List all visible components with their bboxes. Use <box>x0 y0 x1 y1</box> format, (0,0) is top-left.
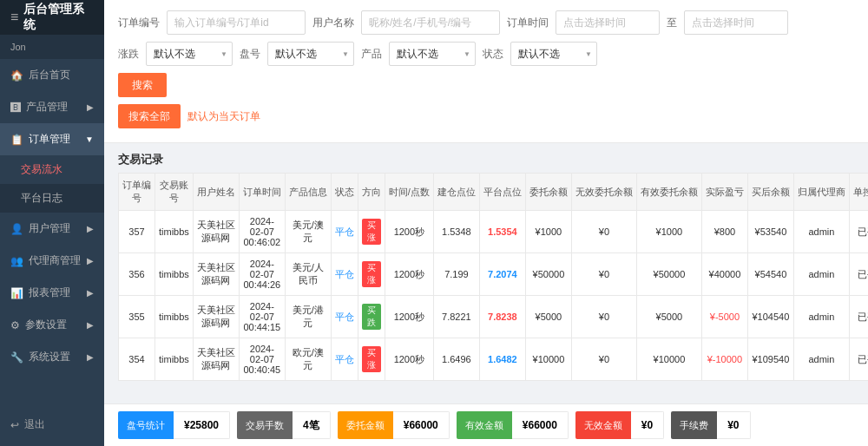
th-agent: 归属代理商 <box>793 174 849 211</box>
cell-time-points: 1200秒 <box>385 296 433 338</box>
today-button[interactable]: 默认为当天订单 <box>187 109 260 124</box>
cell-platform-pos: 7.8238 <box>479 296 525 338</box>
cell-valid-delegate: ¥50000 <box>636 253 701 296</box>
delegate-amount-label: 委托金额 <box>338 411 393 439</box>
cell-status: 平仓 <box>331 296 358 338</box>
search-button[interactable]: 搜索 <box>118 73 167 97</box>
sidebar-item-dashboard[interactable]: 🏠 后台首页 <box>0 59 104 91</box>
transactions-table: 订单编号 交易账号 用户姓名 订单时间 产品信息 状态 方向 时间/点数 建仓点… <box>118 173 868 381</box>
table-row: 356 timibbs 天美社区源码网 2024-02-07 00:44:26 … <box>119 253 869 296</box>
th-product: 产品信息 <box>285 174 331 211</box>
cell-username: 天美社区源码网 <box>193 253 239 296</box>
cell-delegate-balance: ¥1000 <box>525 211 571 253</box>
orders-icon: 📋 <box>10 134 23 146</box>
summary-bar: 盘号统计 ¥25800 交易手数 4笔 委托金额 ¥66000 有效金额 ¥66… <box>104 403 868 446</box>
chevron-right-icon: ▶ <box>87 352 94 362</box>
status-select-wrapper: 默认不选 <box>510 42 597 66</box>
table-row: 354 timibbs 天美社区源码网 2024-02-07 00:40:45 … <box>119 338 869 381</box>
table-header-row: 订单编号 交易账号 用户姓名 订单时间 产品信息 状态 方向 时间/点数 建仓点… <box>119 174 869 211</box>
cell-single-control: 已平仓 <box>849 338 868 381</box>
valid-amount-label: 有效金额 <box>457 411 512 439</box>
cell-valid-delegate: ¥1000 <box>636 211 701 253</box>
th-delegate-balance: 委托余额 <box>525 174 571 211</box>
th-build-pos: 建仓点位 <box>433 174 479 211</box>
cell-username: 天美社区源码网 <box>193 211 239 253</box>
order-time-start-input[interactable] <box>556 10 660 35</box>
filter-row-4: 搜索全部 默认为当天订单 <box>118 104 854 128</box>
sidebar-item-system[interactable]: 🔧 系统设置 ▶ <box>0 341 104 373</box>
th-order-no: 订单编号 <box>119 174 155 211</box>
sidebar-item-settings[interactable]: ⚙ 参数设置 ▶ <box>0 309 104 341</box>
cell-buy-balance: ¥104540 <box>747 296 793 338</box>
cell-order-no: 354 <box>119 338 155 381</box>
user-info: Jon <box>0 35 104 59</box>
status-label: 状态 <box>483 47 503 62</box>
sidebar-footer: ↩ 退出 <box>0 403 104 446</box>
status-tag: 平仓 <box>335 312 354 322</box>
status-tag: 平仓 <box>335 226 354 237</box>
cell-buy-balance: ¥109540 <box>747 338 793 381</box>
th-order-time: 订单时间 <box>239 174 285 211</box>
sidebar-item-platform-log[interactable]: 平台日志 <box>0 184 104 213</box>
cell-order-time: 2024-02-07 00:44:26 <box>239 253 285 296</box>
filter-row-2: 涨跌 默认不选 盘号 默认不选 产品 默认不选 状态 默认不 <box>118 42 854 66</box>
logout-icon: ↩ <box>10 419 19 431</box>
cell-order-no: 357 <box>119 211 155 253</box>
users-icon: 👤 <box>10 223 23 235</box>
sidebar-item-logout[interactable]: ↩ 退出 <box>10 412 94 437</box>
main-content: 订单编号 用户名称 订单时间 至 涨跌 默认不选 盘号 默认不选 产品 <box>104 0 868 446</box>
direction-tag: 买跌 <box>362 304 381 330</box>
track-select-wrapper: 默认不选 <box>146 42 233 66</box>
sidebar-item-products[interactable]: 🅱 产品管理 ▶ <box>0 91 104 123</box>
cell-single-control: 已平仓 <box>849 211 868 253</box>
th-direction: 方向 <box>358 174 385 211</box>
sidebar-item-reports[interactable]: 📊 报表管理 ▶ <box>0 277 104 309</box>
cell-valid-delegate: ¥5000 <box>636 296 701 338</box>
sidebar-item-label: 系统设置 <box>29 350 70 364</box>
chevron-right-icon: ▶ <box>87 224 94 233</box>
agents-icon: 👥 <box>10 255 23 267</box>
cell-delegate-balance: ¥10000 <box>525 338 571 381</box>
sidebar-item-label: 产品管理 <box>26 100 68 115</box>
cell-time-points: 1200秒 <box>385 253 433 296</box>
order-number-label: 订单编号 <box>118 16 160 30</box>
reports-icon: 📊 <box>10 287 23 299</box>
username-input[interactable] <box>361 10 500 35</box>
sidebar-item-agents[interactable]: 👥 代理商管理 ▶ <box>0 245 104 277</box>
disc-select-wrapper: 默认不选 <box>267 42 354 66</box>
invalid-amount-value: ¥0 <box>631 411 664 439</box>
cell-build-pos: 7.8221 <box>433 296 479 338</box>
fee-value: ¥0 <box>717 411 750 439</box>
disc-select[interactable]: 默认不选 <box>267 42 354 66</box>
menu-icon: ≡ <box>10 10 18 25</box>
cell-delegate-balance: ¥50000 <box>525 253 571 296</box>
cell-product: 美元/人民币 <box>285 253 331 296</box>
sidebar-item-label: 用户管理 <box>29 221 70 236</box>
track-select[interactable]: 默认不选 <box>146 42 233 66</box>
status-select[interactable]: 默认不选 <box>510 42 597 66</box>
logout-label: 退出 <box>24 417 45 432</box>
sidebar-nav: 🏠 后台首页 🅱 产品管理 ▶ 📋 订单管理 ▼ 交易流水 平台日志 👤 用户管… <box>0 59 104 403</box>
sidebar-item-transactions[interactable]: 交易流水 <box>0 155 104 184</box>
order-time-label: 订单时间 <box>507 16 549 30</box>
fee-item: 手续费 ¥0 <box>671 411 750 439</box>
cell-invalid-delegate: ¥0 <box>571 253 636 296</box>
th-time-points: 时间/点数 <box>385 174 433 211</box>
order-time-end-input[interactable] <box>684 10 788 35</box>
cell-platform-pos: 1.6482 <box>479 338 525 381</box>
cell-buy-balance: ¥54540 <box>747 253 793 296</box>
cell-invalid-delegate: ¥0 <box>571 211 636 253</box>
product-select[interactable]: 默认不选 <box>389 42 476 66</box>
cell-platform-pos: 7.2074 <box>479 253 525 296</box>
table-row: 357 timibbs 天美社区源码网 2024-02-07 00:46:02 … <box>119 211 869 253</box>
direction-tag: 买涨 <box>362 261 381 287</box>
sidebar-item-users[interactable]: 👤 用户管理 ▶ <box>0 213 104 245</box>
sidebar-item-orders[interactable]: 📋 订单管理 ▼ <box>0 123 104 155</box>
cell-actual-pnl: ¥-10000 <box>701 338 747 381</box>
order-number-input[interactable] <box>167 10 306 35</box>
cell-status: 平仓 <box>331 211 358 253</box>
cell-direction: 买涨 <box>358 253 385 296</box>
filter-row-3: 搜索 <box>118 73 854 97</box>
trade-count-label: 交易手数 <box>237 411 293 439</box>
search-all-button[interactable]: 搜索全部 <box>118 104 181 128</box>
